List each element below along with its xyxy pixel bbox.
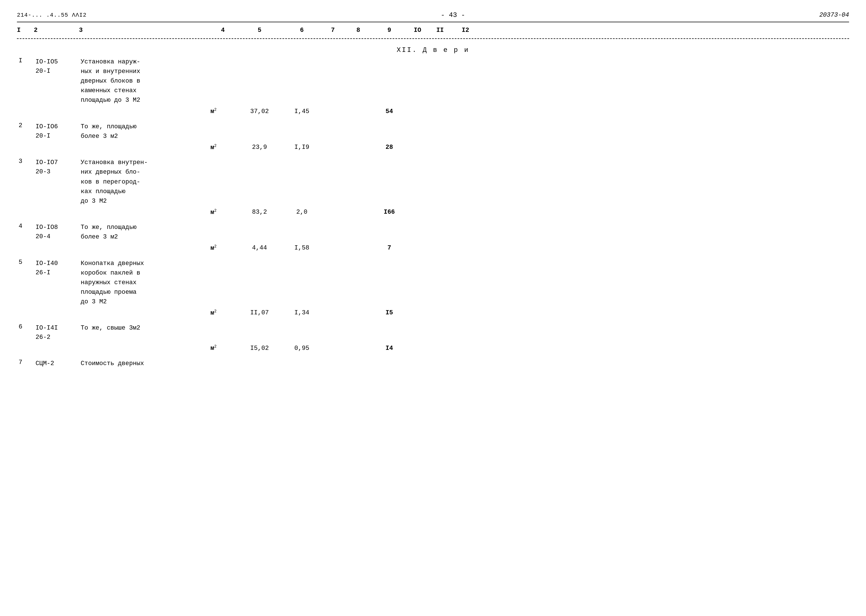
row-empty-top-6 (406, 358, 429, 360)
row-unit: м2 (209, 344, 237, 352)
header-divider (17, 38, 849, 39)
table-row: 4IO-IO820-4То же, площадьюболее 3 м2м24,… (17, 222, 849, 253)
col-header-7: 7 (321, 27, 344, 34)
col-header-9: 9 (372, 27, 406, 34)
row-empty-top-0 (209, 222, 237, 223)
row-col7 (321, 248, 344, 249)
row-col7 (321, 313, 344, 313)
row-empty-top-2 (282, 258, 321, 259)
row-col5: 23,9 (237, 143, 282, 151)
row-bot-num (17, 347, 34, 349)
table-row: 3IO-IO720-3Установка внутрен-них дверных… (17, 157, 849, 217)
row-empty-top-6 (406, 258, 429, 259)
row-col6: 0,95 (282, 344, 321, 352)
col-header-11: II (429, 27, 451, 34)
row-desc: Установка внутрен-них дверных бло-ков в … (79, 157, 209, 206)
row-bot-code (34, 347, 79, 349)
col-header-1: I (17, 27, 34, 34)
row-col5: 83,2 (237, 208, 282, 216)
row-empty-top-7 (429, 157, 451, 159)
row-empty-top-8 (451, 323, 480, 324)
col-header-3: 3 (79, 27, 209, 34)
col-header-5: 5 (237, 27, 282, 34)
row-empty-top-0 (209, 258, 237, 259)
row-unit: м2 (209, 308, 237, 317)
row-empty-top-3 (321, 222, 344, 223)
col-header-8: 8 (344, 27, 372, 34)
row-code: IO-I4I26-2 (34, 323, 79, 343)
row-empty-top-3 (321, 258, 344, 259)
row-bot-code (34, 111, 79, 112)
row-bot-desc (79, 313, 209, 313)
row-col12 (451, 347, 480, 349)
row-empty-top-6 (406, 57, 429, 58)
row-col8 (344, 111, 372, 112)
row-col12 (451, 147, 480, 148)
row-col7 (321, 147, 344, 148)
section-title: XII. Д в е р и (17, 41, 849, 57)
row-empty-top-2 (282, 57, 321, 58)
row-desc: Стоимость дверных (79, 358, 209, 369)
row-empty-top-8 (451, 258, 480, 259)
row-col10 (406, 147, 429, 148)
row-col5: 4,44 (237, 244, 282, 252)
col-header-6: 6 (282, 27, 321, 34)
row-col5: I5,02 (237, 344, 282, 352)
row-bot-code (34, 313, 79, 313)
row-col6: I,58 (282, 244, 321, 252)
row-col6: I,34 (282, 309, 321, 317)
row-col5: II,07 (237, 309, 282, 317)
row-empty-top-2 (282, 121, 321, 123)
row-col6: I,I9 (282, 143, 321, 151)
row-num: 2 (17, 121, 34, 130)
row-desc: Конопатка дверныхкоробок паклей внаружны… (79, 258, 209, 307)
row-bot-code (34, 147, 79, 148)
col-header-10: IO (406, 27, 429, 34)
col-header-12: I2 (451, 27, 480, 34)
row-empty-top-7 (429, 222, 451, 223)
row-empty-top-7 (429, 358, 451, 360)
row-empty-top-0 (209, 57, 237, 58)
row-desc: То же, свыше 3м2 (79, 323, 209, 333)
row-desc: Установка наруж-ных и внутреннихдверных … (79, 57, 209, 106)
row-empty-top-5 (372, 258, 406, 259)
row-empty-top-4 (344, 157, 372, 159)
row-code: IO-IO820-4 (34, 222, 79, 242)
row-col10 (406, 248, 429, 249)
row-num: 5 (17, 258, 34, 266)
row-col9: I66 (372, 208, 406, 216)
row-col7 (321, 211, 344, 212)
row-col12 (451, 313, 480, 313)
row-empty-top-7 (429, 258, 451, 259)
page-header: 214-... .4..55 ΛΛΙ2 - 43 - 20373-04 (17, 11, 849, 19)
row-code: IO-IO720-3 (34, 157, 79, 177)
row-empty-top-1 (237, 323, 282, 324)
row-num: 7 (17, 358, 34, 366)
row-empty-top-5 (372, 358, 406, 360)
row-bot-desc (79, 347, 209, 349)
row-code: СЦМ-2 (34, 358, 79, 369)
table-row: 2IO-IO620-IТо же, площадьюболее 3 м2м223… (17, 121, 849, 152)
row-empty-top-2 (282, 358, 321, 360)
row-col10 (406, 211, 429, 212)
row-code: IO-IO520-I (34, 57, 79, 76)
row-unit: м2 (209, 208, 237, 217)
row-empty-top-8 (451, 121, 480, 123)
row-bot-num (17, 248, 34, 249)
row-col10 (406, 111, 429, 112)
row-num: I (17, 57, 34, 65)
header-center: - 43 - (441, 11, 465, 19)
row-empty-top-0 (209, 157, 237, 159)
row-col8 (344, 347, 372, 349)
row-empty-top-1 (237, 222, 282, 223)
row-empty-top-2 (282, 157, 321, 159)
row-empty-top-2 (282, 222, 321, 223)
row-bot-desc (79, 111, 209, 112)
row-empty-top-5 (372, 121, 406, 123)
row-bot-num (17, 313, 34, 313)
row-col8 (344, 211, 372, 212)
row-empty-top-4 (344, 358, 372, 360)
row-empty-top-6 (406, 323, 429, 324)
row-empty-top-8 (451, 157, 480, 159)
row-col9: 54 (372, 107, 406, 116)
